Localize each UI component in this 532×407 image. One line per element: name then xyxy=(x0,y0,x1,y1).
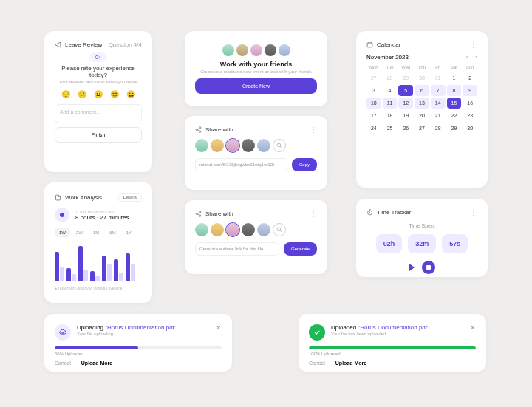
day-cell[interactable]: 20 xyxy=(415,110,429,121)
play-button[interactable] xyxy=(409,264,415,271)
avatar[interactable] xyxy=(195,139,208,152)
day-cell[interactable]: 8 xyxy=(447,85,462,96)
avatar[interactable] xyxy=(226,139,239,152)
question-counter: Question 4/4 xyxy=(109,41,142,48)
day-cell[interactable]: 4 xyxy=(383,85,398,96)
day-cell[interactable]: 25 xyxy=(383,123,398,134)
day-cell[interactable]: 24 xyxy=(366,123,381,134)
progress-bar xyxy=(55,346,222,349)
more-icon[interactable]: ⋮ xyxy=(310,127,317,133)
day-cell[interactable]: 28 xyxy=(431,123,446,134)
emoji-4[interactable]: 😊 xyxy=(110,90,119,98)
megaphone-icon xyxy=(55,41,61,48)
range-tab[interactable]: 1M xyxy=(89,228,103,237)
cancel-button[interactable]: Cancel xyxy=(309,360,325,366)
day-cell[interactable]: 16 xyxy=(463,98,477,109)
avatar[interactable] xyxy=(242,223,255,236)
bar-primary xyxy=(114,259,118,281)
bar-primary xyxy=(126,253,130,281)
svg-point-5 xyxy=(200,211,201,213)
share-title: Share with xyxy=(205,126,233,133)
more-icon[interactable]: ⋮ xyxy=(310,211,317,217)
stop-button[interactable] xyxy=(422,261,435,274)
upload-more-button[interactable]: Upload More xyxy=(335,360,366,366)
close-button[interactable]: ✕ xyxy=(470,324,476,341)
avatar[interactable] xyxy=(242,139,255,152)
day-cell[interactable]: 28 xyxy=(383,72,398,83)
search-avatar-button[interactable] xyxy=(273,139,286,152)
avatar[interactable] xyxy=(257,223,270,236)
day-cell[interactable]: 29 xyxy=(398,72,413,83)
svg-point-3 xyxy=(200,131,201,132)
work-analysis-card: Work Analysis Details TOTAL WORK HOURS 8… xyxy=(44,182,152,303)
details-button[interactable]: Details xyxy=(118,193,142,202)
day-cell[interactable]: 17 xyxy=(366,110,381,121)
svg-point-7 xyxy=(200,215,201,216)
emoji-1[interactable]: 😔 xyxy=(61,90,70,98)
day-cell[interactable]: 11 xyxy=(383,98,398,109)
day-cell[interactable]: 30 xyxy=(415,72,429,83)
more-icon[interactable]: ⋮ xyxy=(470,210,477,216)
next-month-button[interactable]: › xyxy=(475,54,477,61)
dow-label: Mon xyxy=(366,65,381,69)
avatar[interactable] xyxy=(195,223,208,236)
day-cell[interactable]: 5 xyxy=(398,85,413,96)
day-cell[interactable]: 22 xyxy=(447,110,462,121)
prev-month-button[interactable]: ‹ xyxy=(466,54,468,61)
day-cell[interactable]: 21 xyxy=(431,110,446,121)
day-cell[interactable]: 31 xyxy=(431,72,446,83)
share-link-input[interactable]: micsol.com/ff/125jbsgwbs01wkj1wl12t xyxy=(195,158,287,171)
day-cell[interactable]: 27 xyxy=(366,72,381,83)
avatar xyxy=(236,44,248,56)
upload-more-button[interactable]: Upload More xyxy=(81,360,112,366)
day-cell[interactable]: 9 xyxy=(463,85,477,96)
day-cell[interactable]: 19 xyxy=(398,110,413,121)
day-cell[interactable]: 29 xyxy=(447,123,462,134)
day-cell[interactable]: 10 xyxy=(366,98,381,109)
avatar[interactable] xyxy=(211,139,224,152)
avatar[interactable] xyxy=(226,223,239,236)
create-new-button[interactable]: Create New xyxy=(195,78,317,94)
emoji-3[interactable]: 😐 xyxy=(94,90,103,98)
day-cell[interactable]: 23 xyxy=(463,110,477,121)
question-badge: 04 xyxy=(89,52,107,62)
day-cell[interactable]: 14 xyxy=(431,98,446,109)
day-cell[interactable]: 7 xyxy=(431,85,446,96)
time-spent-label: Time Spent xyxy=(366,223,477,228)
friends-card: Work with your friends Create and monito… xyxy=(185,31,327,106)
avatar[interactable] xyxy=(257,139,270,152)
generate-button[interactable]: Generate xyxy=(284,242,317,256)
day-cell[interactable]: 3 xyxy=(366,85,381,96)
day-cell[interactable]: 18 xyxy=(383,110,398,121)
day-cell[interactable]: 2 xyxy=(463,72,477,83)
range-tab[interactable]: 1W xyxy=(55,228,70,237)
day-cell[interactable]: 6 xyxy=(415,85,429,96)
cancel-button[interactable]: Cancel xyxy=(55,360,71,366)
close-button[interactable]: ✕ xyxy=(216,324,222,341)
dow-label: Sun xyxy=(463,65,477,69)
copy-button[interactable]: Copy xyxy=(292,158,317,171)
day-cell[interactable]: 13 xyxy=(415,98,429,109)
friends-title: Work with your friends xyxy=(195,61,317,68)
bar-secondary xyxy=(107,264,112,281)
comment-input[interactable]: Add a comment... xyxy=(55,104,142,123)
finish-button[interactable]: Finish xyxy=(55,127,142,143)
day-cell[interactable]: 1 xyxy=(447,72,462,83)
search-avatar-button[interactable] xyxy=(273,223,286,236)
day-cell[interactable]: 30 xyxy=(463,123,477,134)
share-icon xyxy=(195,126,202,133)
emoji-2[interactable]: 😕 xyxy=(78,90,86,98)
bar-primary xyxy=(78,246,83,281)
day-cell[interactable]: 27 xyxy=(415,123,429,134)
range-tab[interactable]: 6M xyxy=(105,228,120,237)
day-cell[interactable]: 12 xyxy=(398,98,413,109)
svg-point-2 xyxy=(196,129,197,130)
more-icon[interactable]: ⋮ xyxy=(470,42,477,48)
avatar[interactable] xyxy=(211,223,224,236)
emoji-5[interactable]: 😄 xyxy=(126,90,135,98)
work-title: Work Analysis xyxy=(65,194,102,201)
range-tab[interactable]: 1Y xyxy=(122,228,136,237)
day-cell[interactable]: 26 xyxy=(398,123,413,134)
range-tab[interactable]: 2W xyxy=(72,228,87,237)
day-cell[interactable]: 15 xyxy=(447,98,462,109)
